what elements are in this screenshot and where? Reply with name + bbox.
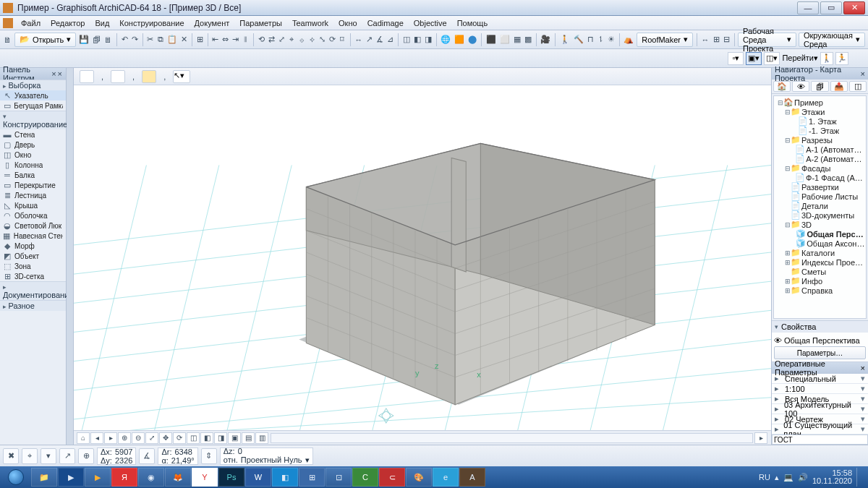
taskbar-app-3[interactable]: Я bbox=[111, 468, 137, 487]
beam-tool-button[interactable]: ⊓ bbox=[587, 33, 595, 47]
vb-3[interactable]: ⤢ bbox=[145, 432, 158, 444]
menu-file[interactable]: Файл bbox=[16, 17, 46, 29]
tool-световой-люк[interactable]: ◒Световой Люк bbox=[0, 221, 66, 231]
modify-5-button[interactable]: ⟐ bbox=[298, 33, 306, 47]
taskbar-app-10[interactable]: e bbox=[433, 468, 459, 487]
menu-help[interactable]: Помощь bbox=[452, 17, 493, 29]
undo-button[interactable]: ↶ bbox=[121, 33, 129, 47]
taskbar-app-8[interactable]: ⊂ bbox=[379, 468, 405, 487]
tree-node[interactable]: 📄-1. Этаж bbox=[774, 126, 866, 135]
maximize-button[interactable]: ▭ bbox=[820, 1, 842, 14]
show-desktop-button[interactable] bbox=[856, 468, 862, 487]
save-copy-button[interactable]: 🗐 bbox=[92, 33, 101, 47]
view-3-button[interactable]: ◨ bbox=[424, 33, 433, 47]
vb-next[interactable]: ▸ bbox=[104, 432, 117, 444]
coord-lock[interactable]: ⊕ bbox=[78, 448, 94, 464]
tray-up-icon[interactable]: ▴ bbox=[775, 473, 779, 482]
render-1-button[interactable]: ⬛ bbox=[485, 33, 497, 47]
quick-option-row[interactable]: ▸01 Существующий план▾ bbox=[772, 424, 868, 435]
nav-btn-layouts[interactable]: 🗐 bbox=[811, 81, 828, 92]
modify-7-button[interactable]: ⤡ bbox=[318, 33, 326, 47]
taskbar-app-5[interactable]: ⊞ bbox=[299, 468, 325, 487]
view-opt-3[interactable]: ◫▾ bbox=[764, 52, 780, 65]
vb-end[interactable]: ▸ bbox=[754, 432, 767, 444]
tool-бегущая-рамка[interactable]: ▭Бегущая Рамка bbox=[0, 100, 66, 111]
align-left-button[interactable]: ⇤ bbox=[211, 33, 219, 47]
render-3-button[interactable]: ▦ bbox=[513, 33, 522, 47]
measure-4-button[interactable]: ⊿ bbox=[386, 33, 394, 47]
dim-3-button[interactable]: ⊟ bbox=[723, 33, 731, 47]
menu-window[interactable]: Окно bbox=[333, 17, 362, 29]
taskbar-archicad[interactable]: A bbox=[459, 468, 485, 487]
vb-9[interactable]: ▣ bbox=[228, 432, 241, 444]
view-opt-2[interactable]: ▣▾ bbox=[746, 52, 762, 65]
tree-node[interactable]: ⊟📁3D bbox=[774, 220, 866, 229]
cut-button[interactable]: ✂ bbox=[146, 33, 154, 47]
dim-1-button[interactable]: ↔ bbox=[701, 33, 710, 47]
modify-3-button[interactable]: ⤢ bbox=[278, 33, 286, 47]
run-button[interactable]: 🏃 bbox=[835, 52, 848, 65]
align-right-button[interactable]: ⇥ bbox=[231, 33, 239, 47]
vb-6[interactable]: ◫ bbox=[187, 432, 200, 444]
modify-1-button[interactable]: ⟲ bbox=[258, 33, 265, 47]
align-center-button[interactable]: ⇔ bbox=[221, 33, 229, 47]
taskbar-app-4[interactable]: ◧ bbox=[272, 468, 298, 487]
vb-8[interactable]: ◨ bbox=[214, 432, 227, 444]
taskbar-app-7[interactable]: C bbox=[352, 468, 378, 487]
tray-clock[interactable]: 15:5810.11.2020 bbox=[812, 469, 852, 485]
taskbar-yandex[interactable]: Y bbox=[192, 468, 218, 487]
tree-node[interactable]: ⊞📁Каталоги bbox=[774, 248, 866, 257]
info-opt-1[interactable] bbox=[80, 70, 94, 83]
tree-node[interactable]: 📄Развертки bbox=[774, 182, 866, 192]
quick-option-row[interactable]: ▸1:100▾ bbox=[772, 384, 868, 394]
taskbar-word[interactable]: W bbox=[245, 468, 271, 487]
tree-node[interactable]: 📁Сметы bbox=[774, 267, 866, 276]
menu-teamwork[interactable]: Teamwork bbox=[287, 17, 333, 29]
tool-морф[interactable]: ◆Морф bbox=[0, 241, 66, 251]
taskbar-app-6[interactable]: ⊡ bbox=[326, 468, 352, 487]
tree-node[interactable]: 📄A-2 (Автоматическое обно bbox=[774, 154, 866, 163]
nav-btn-project[interactable]: 🏠 bbox=[773, 81, 791, 92]
navigator-close-icon[interactable]: × bbox=[861, 69, 865, 78]
camera-button[interactable]: 🎥 bbox=[540, 33, 551, 47]
nav-btn-views[interactable]: 👁 bbox=[792, 81, 809, 92]
hammer-button[interactable]: 🔨 bbox=[573, 33, 584, 47]
menu-document[interactable]: Документ bbox=[190, 17, 235, 29]
info-opt-3[interactable] bbox=[142, 70, 156, 83]
grid-button[interactable]: ⊞ bbox=[196, 33, 204, 47]
coord-toggle-1[interactable]: ✖ bbox=[3, 448, 19, 464]
menu-edit[interactable]: Редактор bbox=[46, 17, 90, 29]
workspace-env-dropdown[interactable]: Окружающая Среда▾ bbox=[799, 33, 865, 47]
coord-angle[interactable]: ∡ bbox=[139, 448, 155, 464]
taskbar-explorer[interactable]: 📁 bbox=[31, 468, 57, 487]
walk-button[interactable]: 🚶 bbox=[820, 52, 833, 65]
tool-навесная-стена[interactable]: ▦Навесная Стена bbox=[0, 231, 66, 241]
go-button[interactable]: Перейти▾ bbox=[782, 53, 818, 63]
taskbar-chrome[interactable]: ◉ bbox=[138, 468, 164, 487]
open-button[interactable]: 📂Открыть▾ bbox=[14, 33, 76, 47]
delete-button[interactable]: ✕ bbox=[180, 33, 188, 47]
properties-settings-button[interactable]: Параметры… bbox=[774, 346, 866, 359]
save-button[interactable]: 💾 bbox=[78, 33, 90, 47]
nav-btn-pop[interactable]: ◫ bbox=[849, 81, 867, 92]
vb-7[interactable]: ◧ bbox=[200, 432, 213, 444]
vb-1[interactable]: ⊕ bbox=[118, 432, 131, 444]
tool-крыша[interactable]: ◺Крыша bbox=[0, 200, 66, 210]
render-4-button[interactable]: ▩ bbox=[524, 33, 532, 47]
section-design[interactable]: ▾ Конструирование bbox=[0, 111, 66, 129]
vb-4[interactable]: ✥ bbox=[159, 432, 172, 444]
vb-home[interactable]: ⌂ bbox=[77, 432, 90, 444]
tree-node[interactable]: ⊟🏠Пример bbox=[774, 98, 866, 107]
globe-button[interactable]: 🌐 bbox=[440, 33, 451, 47]
modify-2-button[interactable]: ⇄ bbox=[268, 33, 276, 47]
measure-1-button[interactable]: ↔ bbox=[354, 33, 363, 47]
tool-колонна[interactable]: ▯Колонна bbox=[0, 160, 66, 170]
cube-button[interactable]: 🟧 bbox=[454, 33, 465, 47]
taskbar-app-2[interactable]: ▶ bbox=[85, 468, 111, 487]
stair-tool-button[interactable]: ⥍ bbox=[597, 33, 605, 47]
tree-node[interactable]: 📄3D-документы bbox=[774, 210, 866, 220]
vb-10[interactable]: ▤ bbox=[242, 432, 255, 444]
paste-button[interactable]: 📋 bbox=[166, 33, 178, 47]
section-more[interactable]: ▸ Разное bbox=[0, 300, 66, 311]
menu-design[interactable]: Конструирование bbox=[114, 17, 189, 29]
